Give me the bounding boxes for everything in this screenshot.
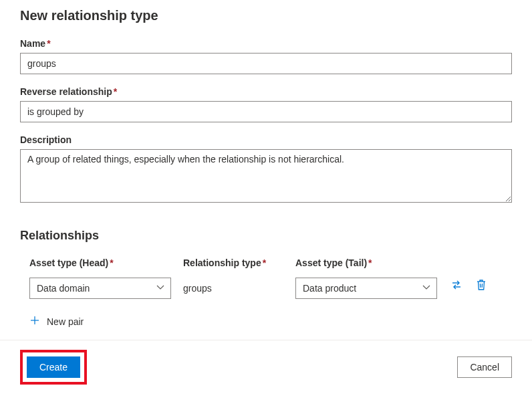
- required-indicator: *: [368, 257, 372, 268]
- tail-asset-type-select[interactable]: Data product: [295, 278, 437, 299]
- required-indicator: *: [263, 257, 266, 268]
- description-label: Description: [20, 134, 512, 145]
- head-column: Asset type (Head)* Data domain: [29, 257, 171, 299]
- required-indicator: *: [114, 86, 117, 97]
- swap-icon: [450, 279, 462, 293]
- chevron-down-icon: [156, 283, 165, 294]
- trash-icon: [476, 279, 487, 293]
- tail-column-label: Asset type (Tail)*: [295, 257, 437, 268]
- new-pair-button[interactable]: New pair: [29, 315, 84, 328]
- reverse-field-group: Reverse relationship*: [20, 86, 512, 122]
- type-column-label: Relationship type*: [183, 257, 283, 268]
- required-indicator: *: [110, 257, 113, 268]
- cancel-button[interactable]: Cancel: [457, 356, 512, 378]
- type-column: Relationship type* groups: [183, 257, 283, 299]
- relationship-row: Asset type (Head)* Data domain Relations…: [20, 257, 512, 299]
- reverse-label: Reverse relationship*: [20, 86, 512, 97]
- reverse-input[interactable]: [20, 101, 512, 122]
- plus-icon: [29, 315, 40, 328]
- delete-button[interactable]: [475, 278, 488, 294]
- page-title: New relationship type: [20, 8, 512, 23]
- create-button[interactable]: Create: [27, 356, 80, 378]
- relationship-type-value: groups: [183, 278, 283, 299]
- description-field-group: Description: [20, 134, 512, 205]
- row-actions: [449, 278, 488, 294]
- relationships-section-title: Relationships: [20, 229, 512, 243]
- name-field-group: Name*: [20, 38, 512, 74]
- swap-button[interactable]: [449, 278, 464, 294]
- head-select-value: Data domain: [37, 283, 90, 294]
- head-column-label: Asset type (Head)*: [29, 257, 171, 268]
- name-label: Name*: [20, 38, 512, 49]
- tail-column: Asset type (Tail)* Data product: [295, 257, 437, 299]
- head-asset-type-select[interactable]: Data domain: [29, 278, 171, 299]
- create-highlight: Create: [20, 350, 87, 385]
- description-label-text: Description: [20, 134, 72, 145]
- name-input[interactable]: [20, 53, 512, 74]
- tail-select-value: Data product: [303, 283, 356, 294]
- chevron-down-icon: [422, 283, 431, 294]
- new-pair-label: New pair: [47, 316, 84, 327]
- footer: Create Cancel: [0, 340, 532, 394]
- name-label-text: Name: [20, 38, 45, 49]
- description-input[interactable]: [20, 149, 512, 203]
- required-indicator: *: [47, 38, 50, 49]
- reverse-label-text: Reverse relationship: [20, 86, 112, 97]
